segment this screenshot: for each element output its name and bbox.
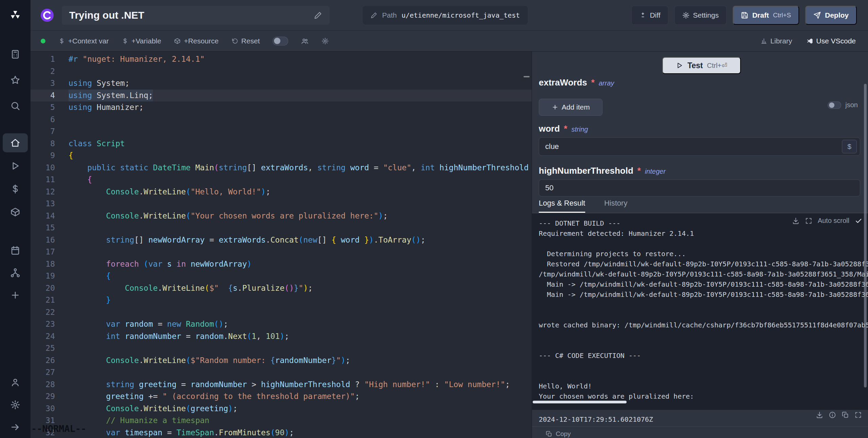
json-label: json bbox=[845, 101, 858, 109]
collaborators-icon[interactable] bbox=[301, 37, 309, 45]
download-result-icon[interactable] bbox=[816, 411, 823, 419]
code-line: 18 foreach (var s in newWordArray) bbox=[31, 258, 532, 270]
arrow-right-icon bbox=[10, 422, 20, 432]
code-line: 15 bbox=[31, 222, 532, 234]
editor-toolbar: +Context var +Variable +Resource Reset L… bbox=[31, 31, 868, 52]
sidebar-item-resources[interactable] bbox=[3, 201, 28, 224]
page-title: Trying out .NET bbox=[69, 9, 144, 21]
toolbar-settings-icon[interactable] bbox=[321, 37, 329, 45]
code-line: 21 } bbox=[31, 294, 532, 306]
script-summary[interactable]: Trying out .NET bbox=[62, 6, 330, 25]
expand-logs-icon[interactable] bbox=[805, 217, 812, 225]
add-variable-button[interactable]: +Variable bbox=[122, 37, 161, 45]
preview-panel: Test Ctrl+⏎ extraWords* array Add item j… bbox=[532, 52, 868, 438]
sidebar-item-favorites[interactable] bbox=[3, 67, 28, 93]
log-actions: Auto scroll bbox=[792, 217, 862, 225]
use-vscode-button[interactable]: Use VScode bbox=[806, 37, 856, 45]
windmill-app: Trying out .NET Path u/etienne/microsoft… bbox=[0, 0, 868, 438]
diff-button[interactable]: Diff bbox=[631, 6, 668, 25]
sidebar-item-collapse[interactable] bbox=[3, 416, 28, 438]
test-button[interactable]: Test Ctrl+⏎ bbox=[662, 57, 741, 74]
settings-button[interactable]: Settings bbox=[674, 6, 727, 25]
code-line: 12 Console.WriteLine("Hello, World!"); bbox=[31, 186, 532, 198]
play-icon bbox=[10, 161, 20, 171]
download-logs-icon[interactable] bbox=[792, 217, 800, 225]
code-line: 7 bbox=[31, 126, 532, 138]
draft-shortcut: Ctrl+S bbox=[773, 12, 791, 19]
reset-button[interactable]: Reset bbox=[232, 37, 260, 45]
json-toggle[interactable] bbox=[828, 101, 841, 109]
toolbar-toggle[interactable] bbox=[273, 37, 288, 45]
log-horizontal-scrollbar[interactable] bbox=[533, 401, 627, 403]
panel-scrollbar[interactable] bbox=[864, 84, 867, 387]
sidebar-item-settings[interactable] bbox=[3, 394, 28, 416]
vscode-icon bbox=[806, 38, 813, 44]
add-context-var-button[interactable]: +Context var bbox=[58, 37, 109, 45]
threshold-input[interactable] bbox=[539, 179, 860, 196]
copy-icon bbox=[546, 431, 552, 437]
sidebar-item-variables[interactable] bbox=[3, 177, 28, 201]
sidebar-item-workers[interactable] bbox=[3, 262, 28, 284]
code-line: 2 bbox=[31, 65, 532, 78]
auto-scroll-checkbox[interactable] bbox=[855, 217, 862, 225]
header: Trying out .NET Path u/etienne/microsoft… bbox=[31, 0, 868, 31]
windmill-logo[interactable] bbox=[0, 5, 31, 25]
code-lines: 1#r "nuget: Humanizer, 2.14.1"23using Sy… bbox=[31, 52, 532, 438]
dollar-icon bbox=[10, 184, 20, 194]
code-line: 27 bbox=[31, 366, 532, 379]
code-line: 14 Console.WriteLine("Your chosen words … bbox=[31, 210, 532, 222]
reset-icon bbox=[232, 38, 238, 44]
edit-title-icon[interactable] bbox=[314, 11, 322, 19]
user-icon bbox=[10, 377, 20, 387]
add-item-button[interactable]: Add item bbox=[539, 99, 603, 116]
divider bbox=[532, 426, 868, 427]
sidebar-item-runs[interactable] bbox=[3, 154, 28, 177]
code-line: 26 Console.WriteLine($"Random number: {r… bbox=[31, 355, 532, 367]
tab-history[interactable]: History bbox=[604, 199, 627, 213]
word-input[interactable] bbox=[539, 137, 860, 156]
edit-path-icon bbox=[371, 12, 377, 19]
copy-row[interactable]: Copy bbox=[546, 430, 571, 438]
draft-button[interactable]: Draft Ctrl+S bbox=[733, 6, 799, 25]
info-icon[interactable] bbox=[829, 411, 836, 419]
deploy-button[interactable]: Deploy bbox=[805, 6, 857, 25]
result-value: 2024-12-10T17:29:51.6021076Z bbox=[539, 415, 653, 423]
threshold-field-wrap bbox=[539, 179, 860, 196]
sidebar-item-more[interactable] bbox=[3, 284, 28, 306]
network-icon bbox=[10, 268, 20, 278]
expand-result-icon[interactable] bbox=[854, 411, 862, 419]
path-value: u/etienne/microsoft_java_test bbox=[401, 11, 520, 19]
dollar-icon bbox=[122, 38, 129, 44]
sidebar-main-group bbox=[0, 131, 31, 224]
code-line: 28 string greeting = randomNumber > high… bbox=[31, 379, 532, 391]
tab-logs-result[interactable]: Logs & Result bbox=[539, 199, 585, 213]
sidebar-item-schedules[interactable] bbox=[3, 239, 28, 262]
sidebar-item-account[interactable] bbox=[3, 371, 28, 394]
code-line: 24 int randomNumber = random.Next(1, 101… bbox=[31, 330, 532, 343]
status-dot bbox=[41, 39, 45, 43]
code-line: 8class Script bbox=[31, 138, 532, 150]
deploy-icon bbox=[813, 12, 821, 19]
workspace-logo[interactable] bbox=[39, 7, 55, 23]
sidebar-item-search[interactable] bbox=[3, 93, 28, 119]
code-line: 3using System; bbox=[31, 77, 532, 90]
code-line: 13 bbox=[31, 198, 532, 210]
add-resource-button[interactable]: +Resource bbox=[174, 37, 218, 45]
plus-icon bbox=[10, 290, 20, 300]
path-field[interactable]: Path u/etienne/microsoft_java_test bbox=[362, 5, 528, 25]
code-line: 5using Humanizer; bbox=[31, 101, 532, 114]
code-editor[interactable]: 1#r "nuget: Humanizer, 2.14.1"23using Sy… bbox=[31, 52, 532, 438]
dollar-icon bbox=[58, 38, 65, 44]
settings-label: Settings bbox=[693, 11, 719, 19]
json-toggle-row: json bbox=[828, 101, 858, 109]
sidebar-item-home[interactable] bbox=[3, 133, 28, 152]
variable-picker-button[interactable]: $ bbox=[842, 140, 857, 153]
code-line: 31 // Humanize a timespan bbox=[31, 415, 532, 427]
sidebar-item-apps[interactable] bbox=[3, 41, 28, 67]
library-button[interactable]: Library bbox=[761, 37, 792, 45]
code-line: 11 { bbox=[31, 174, 532, 186]
log-area: --- DOTNET BUILD --- Requirement detecte… bbox=[532, 213, 868, 410]
test-shortcut: Ctrl+⏎ bbox=[707, 61, 727, 70]
copy-result-icon[interactable] bbox=[842, 411, 849, 419]
sidebar bbox=[0, 0, 31, 438]
